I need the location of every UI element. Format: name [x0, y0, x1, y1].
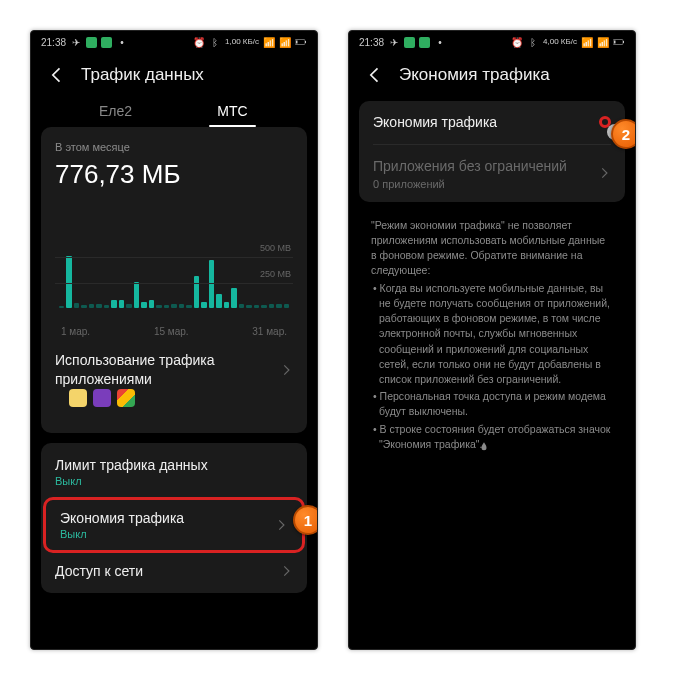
chart-x-label: 1 мар.	[61, 326, 90, 337]
battery-icon	[295, 36, 307, 48]
chart-bar	[66, 256, 71, 308]
step-marker-1: 1	[293, 505, 318, 535]
data-limit-title: Лимит трафика данных	[55, 457, 208, 473]
unrestricted-apps-title: Приложения без ограничений	[373, 157, 567, 176]
svg-rect-5	[614, 41, 616, 44]
app-icon	[69, 389, 87, 407]
phone-screen-data-saver: 21:38 ✈ • ⏰ ᛒ 4,00 КБ/с 📶 📶 Экономия тра…	[348, 30, 636, 650]
chart-bar	[209, 260, 214, 308]
data-saver-toggle-row[interactable]: Экономия трафика	[359, 101, 625, 144]
chart-bar	[246, 305, 251, 308]
app-header: Трафик данных	[31, 53, 317, 93]
chart-bar	[231, 288, 236, 308]
chart-bar	[104, 305, 109, 308]
settings-list: Лимит трафика данных Выкл Экономия трафи…	[41, 443, 307, 593]
app-usage-label: Использование трафика приложениями	[55, 351, 255, 389]
alarm-icon: ⏰	[193, 36, 205, 48]
data-limit-row[interactable]: Лимит трафика данных Выкл	[41, 447, 307, 497]
chevron-right-icon	[279, 564, 293, 578]
chart-bar	[81, 305, 86, 308]
chevron-right-icon	[274, 518, 288, 532]
data-saver-toggle-label: Экономия трафика	[373, 113, 497, 132]
data-saver-title: Экономия трафика	[60, 510, 184, 526]
data-saver-description: "Режим экономии трафика" не позволяет пр…	[359, 212, 625, 458]
data-saver-row[interactable]: Экономия трафика Выкл	[43, 497, 305, 553]
chart-bar	[164, 305, 169, 308]
phone-screen-data-usage: 21:38 ✈ • ⏰ ᛒ 1,00 КБ/с 📶 📶 Трафик данны…	[30, 30, 318, 650]
chart-bar	[186, 305, 191, 308]
chart-x-labels: 1 мар. 15 мар. 31 мар.	[55, 322, 293, 337]
chevron-right-icon	[279, 363, 293, 377]
chart-gridline-label: 250 MB	[260, 269, 291, 279]
data-limit-status: Выкл	[55, 475, 208, 487]
month-label: В этом месяце	[55, 141, 293, 153]
chart-bar	[74, 303, 79, 308]
desc-intro: "Режим экономии трафика" не позволяет пр…	[371, 219, 605, 277]
chart-bar	[224, 302, 229, 308]
chart-bar	[239, 304, 244, 308]
unrestricted-apps-row[interactable]: Приложения без ограничений 0 приложений	[359, 145, 625, 202]
chevron-right-icon	[597, 166, 611, 180]
unrestricted-apps-sub: 0 приложений	[373, 178, 567, 190]
usage-card: В этом месяце 776,73 МБ 500 MB 250 MB 1 …	[41, 127, 307, 433]
chart-bar	[261, 305, 266, 308]
status-bar: 21:38 ✈ • ⏰ ᛒ 1,00 КБ/с 📶 📶	[31, 31, 317, 53]
tab-sim1[interactable]: Еле2	[57, 93, 174, 127]
desc-bullet: • Персональная точка доступа и режим мод…	[371, 389, 613, 419]
chart-bar	[59, 306, 64, 308]
page-title: Трафик данных	[81, 65, 204, 85]
chart-bar	[141, 302, 146, 308]
chart-gridline-label: 500 MB	[260, 243, 291, 253]
chart-bar	[89, 304, 94, 308]
alarm-icon: ⏰	[511, 36, 523, 48]
usage-chart: 500 MB 250 MB	[55, 202, 293, 322]
svg-rect-2	[296, 41, 298, 44]
chart-bar	[216, 294, 221, 308]
chart-bar	[119, 300, 124, 308]
tab-sim2[interactable]: МТС	[174, 93, 291, 127]
battery-icon	[613, 36, 625, 48]
status-pill-icon	[419, 37, 430, 48]
chart-bar	[111, 300, 116, 308]
notification-dot-icon: •	[434, 36, 446, 48]
bluetooth-icon: ᛒ	[527, 36, 539, 48]
chart-x-label: 15 мар.	[154, 326, 189, 337]
status-pill-icon	[404, 37, 415, 48]
data-saver-status: Выкл	[60, 528, 184, 540]
chart-bar	[156, 305, 161, 308]
chart-bar	[284, 304, 289, 308]
signal-icon: 📶	[263, 36, 275, 48]
status-time: 21:38	[359, 37, 384, 48]
svg-rect-4	[623, 41, 624, 43]
app-usage-row[interactable]: Использование трафика приложениями	[55, 337, 293, 389]
chart-bar	[149, 300, 154, 308]
back-arrow-icon[interactable]	[365, 65, 385, 85]
bluetooth-icon: ᛒ	[209, 36, 221, 48]
chart-bar	[126, 304, 131, 308]
chart-bar	[194, 276, 199, 308]
step-marker-2: 2	[611, 119, 636, 149]
telegram-icon: ✈	[70, 36, 82, 48]
chart-bar	[276, 304, 281, 308]
signal-icon: 📶	[597, 36, 609, 48]
status-pill-icon	[86, 37, 97, 48]
status-pill-icon	[101, 37, 112, 48]
chart-x-label: 31 мар.	[252, 326, 287, 337]
usage-total: 776,73 МБ	[55, 159, 293, 190]
svg-rect-1	[305, 41, 306, 43]
data-saver-drop-icon	[485, 440, 495, 450]
status-time: 21:38	[41, 37, 66, 48]
back-arrow-icon[interactable]	[47, 65, 67, 85]
app-icon-strip	[55, 389, 293, 419]
telegram-icon: ✈	[388, 36, 400, 48]
page-title: Экономия трафика	[399, 65, 550, 85]
desc-bullet: • В строке состояния будет отображаться …	[371, 422, 613, 452]
app-header: Экономия трафика	[349, 53, 635, 93]
chart-bar	[269, 304, 274, 308]
sim-tabs: Еле2 МТС	[31, 93, 317, 127]
app-icon	[93, 389, 111, 407]
app-icon	[117, 389, 135, 407]
notification-dot-icon: •	[116, 36, 128, 48]
chart-bar	[254, 305, 259, 308]
network-access-row[interactable]: Доступ к сети	[41, 553, 307, 589]
